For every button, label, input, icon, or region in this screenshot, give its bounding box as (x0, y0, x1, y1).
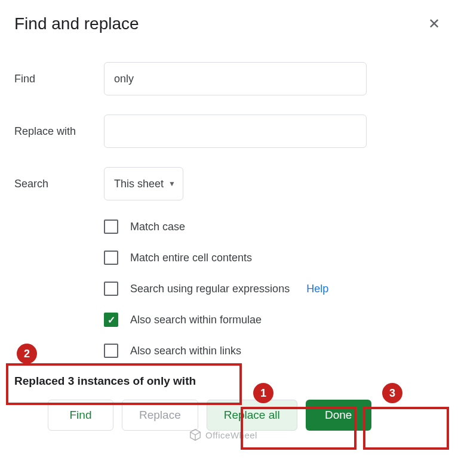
regex-help-link[interactable]: Help (306, 283, 328, 295)
replace-row: Replace with (14, 115, 444, 148)
match-case-label: Match case (130, 221, 185, 233)
done-button[interactable]: Done (306, 400, 371, 431)
find-row: Find (14, 62, 444, 95)
find-button[interactable]: Find (48, 400, 113, 431)
checkmark-icon: ✓ (107, 314, 115, 326)
button-row: Find Replace Replace all Done (14, 400, 444, 431)
regex-checkbox[interactable] (104, 282, 118, 296)
match-entire-label: Match entire cell contents (130, 252, 252, 264)
links-label: Also search within links (130, 345, 241, 357)
match-case-checkbox[interactable] (104, 220, 118, 234)
search-row: Search This sheet ▼ (14, 167, 444, 200)
regex-label: Search using regular expressions (130, 283, 290, 295)
option-formulae: ✓ Also search within formulae (104, 313, 444, 327)
links-checkbox[interactable] (104, 344, 118, 358)
match-entire-checkbox[interactable] (104, 251, 118, 265)
search-label: Search (14, 178, 104, 190)
option-match-entire: Match entire cell contents (104, 251, 444, 265)
find-label: Find (14, 73, 104, 85)
caret-down-icon: ▼ (168, 180, 176, 188)
replace-with-label: Replace with (14, 125, 104, 138)
options-section: Match case Match entire cell contents Se… (104, 220, 444, 358)
option-regex: Search using regular expressions Help (104, 282, 444, 296)
close-button[interactable]: ✕ (425, 14, 444, 33)
close-icon: ✕ (428, 16, 440, 32)
search-scope-value: This sheet (114, 178, 164, 190)
svg-marker-0 (190, 429, 201, 440)
replace-with-input[interactable] (104, 115, 367, 148)
formulae-label: Also search within formulae (130, 314, 262, 326)
replace-button[interactable]: Replace (122, 400, 198, 431)
search-scope-select[interactable]: This sheet ▼ (104, 167, 183, 200)
watermark-text: OfficeWheel (205, 430, 257, 440)
option-match-case: Match case (104, 220, 444, 234)
find-input[interactable] (104, 62, 367, 95)
option-links: Also search within links (104, 344, 444, 358)
dialog-header: Find and replace ✕ (14, 14, 444, 33)
status-message: Replaced 3 instances of only with (14, 375, 444, 388)
replace-all-button[interactable]: Replace all (207, 400, 297, 431)
formulae-checkbox[interactable]: ✓ (104, 313, 118, 327)
annotation-badge-2: 2 (17, 344, 37, 364)
dialog-title: Find and replace (14, 14, 139, 33)
